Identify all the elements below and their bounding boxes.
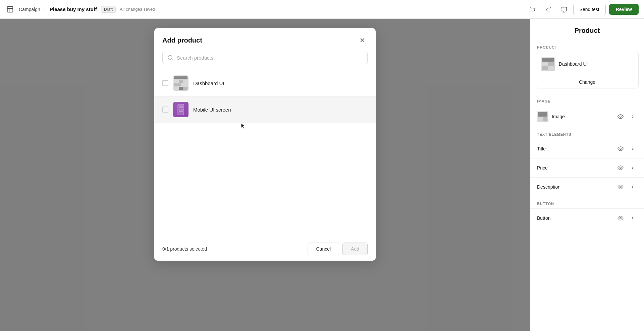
price-visibility-button[interactable] bbox=[616, 163, 625, 173]
panel-product-row: Dashboard UI bbox=[536, 52, 638, 76]
svg-point-18 bbox=[620, 217, 622, 219]
image-thumb bbox=[537, 111, 548, 122]
svg-point-16 bbox=[620, 167, 622, 169]
svg-rect-3 bbox=[561, 7, 567, 11]
button-visibility-button[interactable] bbox=[616, 213, 625, 223]
product-thumb-1 bbox=[173, 75, 189, 91]
button-row: Button bbox=[530, 208, 644, 227]
dialog-close-button[interactable]: ✕ bbox=[357, 35, 368, 46]
image-visibility-button[interactable] bbox=[616, 112, 625, 121]
add-button[interactable]: Add bbox=[342, 243, 368, 255]
button-expand-button[interactable] bbox=[628, 213, 637, 223]
review-button[interactable]: Review bbox=[609, 4, 639, 15]
price-row: Price bbox=[530, 158, 644, 177]
redo-button[interactable] bbox=[542, 3, 554, 15]
topbar-right: Send test Review bbox=[527, 3, 639, 15]
svg-rect-10 bbox=[179, 109, 180, 111]
image-expand-button[interactable] bbox=[628, 112, 637, 121]
main-layout: Add product ✕ bbox=[0, 19, 644, 331]
product-name-2: Mobile UI screen bbox=[193, 107, 231, 113]
dialog-title: Add product bbox=[162, 37, 202, 44]
search-icon bbox=[167, 55, 173, 61]
image-row-actions bbox=[616, 112, 637, 121]
change-button[interactable]: Change bbox=[536, 76, 638, 88]
description-visibility-button[interactable] bbox=[616, 182, 625, 192]
title-expand-button[interactable] bbox=[628, 144, 637, 153]
search-bar-wrap bbox=[154, 51, 376, 70]
svg-rect-12 bbox=[179, 111, 183, 112]
button-label: Button bbox=[537, 215, 550, 221]
svg-rect-9 bbox=[179, 106, 183, 108]
campaign-icon bbox=[5, 5, 15, 14]
footer-actions: Cancel Add bbox=[308, 243, 368, 255]
saved-text: All changes saved bbox=[120, 7, 155, 12]
image-label: Image bbox=[552, 114, 565, 119]
dialog-footer: 0/1 products selected Cancel Add bbox=[154, 237, 376, 261]
empty-area bbox=[154, 123, 376, 237]
topbar: Campaign | Please buy my stuff Draft All… bbox=[0, 0, 644, 19]
product-name-1: Dashboard UI bbox=[193, 80, 224, 86]
title-visibility-button[interactable] bbox=[616, 144, 625, 153]
product-list: Dashboard UI bbox=[154, 70, 376, 123]
dialog-header: Add product ✕ bbox=[154, 28, 376, 51]
product-section-label: PRODUCT bbox=[530, 40, 644, 52]
product-item[interactable]: Dashboard UI bbox=[154, 70, 376, 96]
panel-title: Product bbox=[530, 19, 644, 40]
text-elements-section-label: TEXT ELEMENTS bbox=[530, 127, 644, 139]
panel-product-card: Dashboard UI Change bbox=[536, 52, 639, 88]
svg-rect-0 bbox=[7, 6, 13, 12]
description-row: Description bbox=[530, 177, 644, 196]
product-checkbox-2[interactable] bbox=[162, 107, 168, 113]
price-row-actions bbox=[616, 163, 637, 173]
canvas-area: Add product ✕ bbox=[0, 19, 530, 331]
draft-badge: Draft bbox=[101, 6, 116, 13]
price-label: Price bbox=[537, 165, 548, 171]
panel-product-name: Dashboard UI bbox=[559, 61, 588, 67]
title-row: Title bbox=[530, 139, 644, 158]
send-test-button[interactable]: Send test bbox=[573, 4, 606, 15]
right-panel: Product PRODUCT bbox=[530, 19, 644, 331]
description-row-actions bbox=[616, 182, 637, 192]
image-section-label: IMAGE bbox=[530, 94, 644, 106]
svg-rect-13 bbox=[179, 113, 181, 113]
title-label: Title bbox=[537, 146, 546, 151]
svg-point-17 bbox=[620, 186, 622, 188]
button-section-label: BUTTON bbox=[530, 196, 644, 208]
add-product-dialog: Add product ✕ bbox=[154, 28, 376, 261]
search-input[interactable] bbox=[177, 55, 363, 61]
image-row: Image bbox=[530, 106, 644, 127]
title-row-actions bbox=[616, 144, 637, 153]
svg-point-6 bbox=[168, 55, 172, 59]
svg-line-7 bbox=[171, 59, 172, 60]
cancel-button[interactable]: Cancel bbox=[308, 243, 339, 255]
page-title: Please buy my stuff bbox=[50, 6, 97, 12]
svg-point-14 bbox=[620, 116, 622, 118]
svg-point-15 bbox=[620, 148, 622, 150]
undo-button[interactable] bbox=[527, 3, 539, 15]
product-checkbox-1[interactable] bbox=[162, 80, 168, 86]
campaign-label: Campaign bbox=[19, 7, 40, 12]
preview-button[interactable] bbox=[558, 3, 570, 15]
panel-product-thumb bbox=[541, 57, 555, 71]
product-thumb-2 bbox=[173, 102, 189, 117]
description-label: Description bbox=[537, 184, 560, 190]
selected-count: 0/1 products selected bbox=[162, 246, 207, 252]
price-expand-button[interactable] bbox=[628, 163, 637, 173]
svg-rect-11 bbox=[181, 109, 183, 111]
search-bar bbox=[162, 51, 368, 64]
product-item-2[interactable]: Mobile UI screen bbox=[154, 96, 376, 123]
topbar-left: Campaign | Please buy my stuff Draft All… bbox=[5, 5, 523, 14]
description-expand-button[interactable] bbox=[628, 182, 637, 192]
button-row-actions bbox=[616, 213, 637, 223]
